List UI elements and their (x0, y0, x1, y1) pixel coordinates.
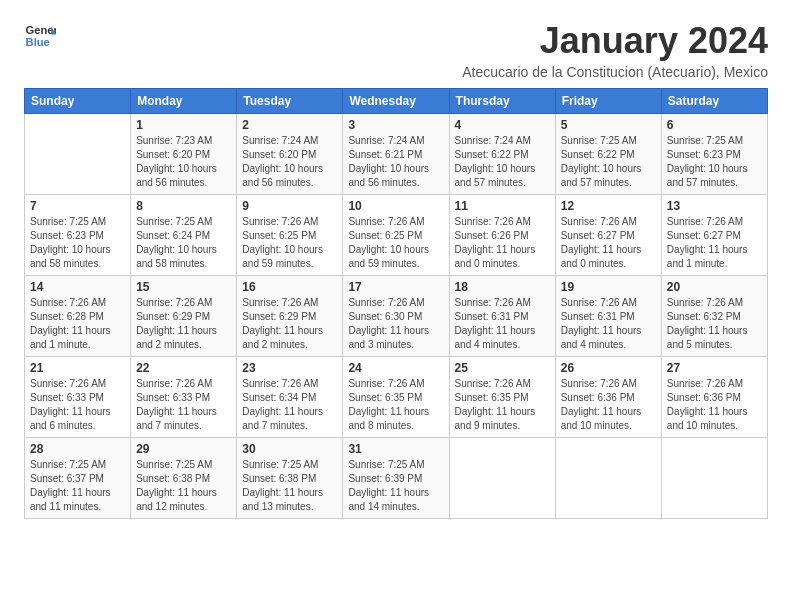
day-info: Sunrise: 7:26 AM Sunset: 6:31 PM Dayligh… (561, 296, 656, 352)
subtitle: Atecucario de la Constitucion (Atecuario… (462, 64, 768, 80)
calendar-cell: 21Sunrise: 7:26 AM Sunset: 6:33 PM Dayli… (25, 357, 131, 438)
calendar-cell: 2Sunrise: 7:24 AM Sunset: 6:20 PM Daylig… (237, 114, 343, 195)
day-info: Sunrise: 7:25 AM Sunset: 6:39 PM Dayligh… (348, 458, 443, 514)
calendar-cell (25, 114, 131, 195)
weekday-header-friday: Friday (555, 89, 661, 114)
day-info: Sunrise: 7:26 AM Sunset: 6:25 PM Dayligh… (348, 215, 443, 271)
weekday-header-thursday: Thursday (449, 89, 555, 114)
day-info: Sunrise: 7:26 AM Sunset: 6:35 PM Dayligh… (455, 377, 550, 433)
day-number: 22 (136, 361, 231, 375)
calendar-cell: 7Sunrise: 7:25 AM Sunset: 6:23 PM Daylig… (25, 195, 131, 276)
calendar-table: SundayMondayTuesdayWednesdayThursdayFrid… (24, 88, 768, 519)
calendar-cell: 22Sunrise: 7:26 AM Sunset: 6:33 PM Dayli… (131, 357, 237, 438)
day-info: Sunrise: 7:26 AM Sunset: 6:32 PM Dayligh… (667, 296, 762, 352)
week-row-5: 28Sunrise: 7:25 AM Sunset: 6:37 PM Dayli… (25, 438, 768, 519)
logo: General Blue (24, 20, 56, 52)
day-number: 2 (242, 118, 337, 132)
day-number: 19 (561, 280, 656, 294)
day-number: 7 (30, 199, 125, 213)
calendar-cell: 15Sunrise: 7:26 AM Sunset: 6:29 PM Dayli… (131, 276, 237, 357)
calendar-cell: 26Sunrise: 7:26 AM Sunset: 6:36 PM Dayli… (555, 357, 661, 438)
day-info: Sunrise: 7:25 AM Sunset: 6:22 PM Dayligh… (561, 134, 656, 190)
calendar-cell: 30Sunrise: 7:25 AM Sunset: 6:38 PM Dayli… (237, 438, 343, 519)
day-number: 30 (242, 442, 337, 456)
day-info: Sunrise: 7:26 AM Sunset: 6:33 PM Dayligh… (30, 377, 125, 433)
svg-text:Blue: Blue (26, 36, 50, 48)
weekday-header-sunday: Sunday (25, 89, 131, 114)
weekday-header-monday: Monday (131, 89, 237, 114)
day-info: Sunrise: 7:25 AM Sunset: 6:24 PM Dayligh… (136, 215, 231, 271)
logo-icon: General Blue (24, 20, 56, 52)
day-info: Sunrise: 7:25 AM Sunset: 6:23 PM Dayligh… (30, 215, 125, 271)
calendar-cell: 16Sunrise: 7:26 AM Sunset: 6:29 PM Dayli… (237, 276, 343, 357)
calendar-cell: 27Sunrise: 7:26 AM Sunset: 6:36 PM Dayli… (661, 357, 767, 438)
day-number: 31 (348, 442, 443, 456)
calendar-cell: 1Sunrise: 7:23 AM Sunset: 6:20 PM Daylig… (131, 114, 237, 195)
day-number: 15 (136, 280, 231, 294)
day-number: 25 (455, 361, 550, 375)
week-row-3: 14Sunrise: 7:26 AM Sunset: 6:28 PM Dayli… (25, 276, 768, 357)
day-number: 28 (30, 442, 125, 456)
day-info: Sunrise: 7:26 AM Sunset: 6:27 PM Dayligh… (561, 215, 656, 271)
day-info: Sunrise: 7:24 AM Sunset: 6:22 PM Dayligh… (455, 134, 550, 190)
weekday-header-tuesday: Tuesday (237, 89, 343, 114)
week-row-4: 21Sunrise: 7:26 AM Sunset: 6:33 PM Dayli… (25, 357, 768, 438)
week-row-2: 7Sunrise: 7:25 AM Sunset: 6:23 PM Daylig… (25, 195, 768, 276)
day-number: 5 (561, 118, 656, 132)
calendar-cell: 28Sunrise: 7:25 AM Sunset: 6:37 PM Dayli… (25, 438, 131, 519)
calendar-cell: 13Sunrise: 7:26 AM Sunset: 6:27 PM Dayli… (661, 195, 767, 276)
day-number: 29 (136, 442, 231, 456)
weekday-header-row: SundayMondayTuesdayWednesdayThursdayFrid… (25, 89, 768, 114)
calendar-cell: 20Sunrise: 7:26 AM Sunset: 6:32 PM Dayli… (661, 276, 767, 357)
day-number: 18 (455, 280, 550, 294)
day-number: 11 (455, 199, 550, 213)
day-info: Sunrise: 7:26 AM Sunset: 6:35 PM Dayligh… (348, 377, 443, 433)
day-info: Sunrise: 7:24 AM Sunset: 6:20 PM Dayligh… (242, 134, 337, 190)
week-row-1: 1Sunrise: 7:23 AM Sunset: 6:20 PM Daylig… (25, 114, 768, 195)
day-info: Sunrise: 7:26 AM Sunset: 6:33 PM Dayligh… (136, 377, 231, 433)
day-info: Sunrise: 7:26 AM Sunset: 6:36 PM Dayligh… (667, 377, 762, 433)
day-info: Sunrise: 7:24 AM Sunset: 6:21 PM Dayligh… (348, 134, 443, 190)
calendar-cell: 25Sunrise: 7:26 AM Sunset: 6:35 PM Dayli… (449, 357, 555, 438)
calendar-cell: 6Sunrise: 7:25 AM Sunset: 6:23 PM Daylig… (661, 114, 767, 195)
calendar-cell (555, 438, 661, 519)
day-number: 27 (667, 361, 762, 375)
calendar-cell: 19Sunrise: 7:26 AM Sunset: 6:31 PM Dayli… (555, 276, 661, 357)
calendar-cell: 10Sunrise: 7:26 AM Sunset: 6:25 PM Dayli… (343, 195, 449, 276)
day-info: Sunrise: 7:25 AM Sunset: 6:37 PM Dayligh… (30, 458, 125, 514)
day-number: 9 (242, 199, 337, 213)
day-info: Sunrise: 7:26 AM Sunset: 6:31 PM Dayligh… (455, 296, 550, 352)
day-number: 17 (348, 280, 443, 294)
calendar-cell (661, 438, 767, 519)
day-info: Sunrise: 7:26 AM Sunset: 6:30 PM Dayligh… (348, 296, 443, 352)
month-title: January 2024 (462, 20, 768, 62)
weekday-header-wednesday: Wednesday (343, 89, 449, 114)
calendar-cell: 31Sunrise: 7:25 AM Sunset: 6:39 PM Dayli… (343, 438, 449, 519)
day-number: 24 (348, 361, 443, 375)
day-number: 3 (348, 118, 443, 132)
calendar-cell: 9Sunrise: 7:26 AM Sunset: 6:25 PM Daylig… (237, 195, 343, 276)
weekday-header-saturday: Saturday (661, 89, 767, 114)
day-number: 21 (30, 361, 125, 375)
day-number: 23 (242, 361, 337, 375)
day-number: 14 (30, 280, 125, 294)
calendar-cell: 14Sunrise: 7:26 AM Sunset: 6:28 PM Dayli… (25, 276, 131, 357)
day-number: 13 (667, 199, 762, 213)
day-number: 10 (348, 199, 443, 213)
calendar-cell: 17Sunrise: 7:26 AM Sunset: 6:30 PM Dayli… (343, 276, 449, 357)
calendar-cell: 5Sunrise: 7:25 AM Sunset: 6:22 PM Daylig… (555, 114, 661, 195)
day-number: 4 (455, 118, 550, 132)
day-info: Sunrise: 7:25 AM Sunset: 6:23 PM Dayligh… (667, 134, 762, 190)
calendar-cell (449, 438, 555, 519)
day-info: Sunrise: 7:26 AM Sunset: 6:29 PM Dayligh… (136, 296, 231, 352)
calendar-cell: 18Sunrise: 7:26 AM Sunset: 6:31 PM Dayli… (449, 276, 555, 357)
day-info: Sunrise: 7:26 AM Sunset: 6:34 PM Dayligh… (242, 377, 337, 433)
day-info: Sunrise: 7:26 AM Sunset: 6:27 PM Dayligh… (667, 215, 762, 271)
day-number: 8 (136, 199, 231, 213)
calendar-cell: 3Sunrise: 7:24 AM Sunset: 6:21 PM Daylig… (343, 114, 449, 195)
day-number: 6 (667, 118, 762, 132)
calendar-cell: 11Sunrise: 7:26 AM Sunset: 6:26 PM Dayli… (449, 195, 555, 276)
calendar-cell: 29Sunrise: 7:25 AM Sunset: 6:38 PM Dayli… (131, 438, 237, 519)
day-info: Sunrise: 7:26 AM Sunset: 6:36 PM Dayligh… (561, 377, 656, 433)
day-number: 16 (242, 280, 337, 294)
